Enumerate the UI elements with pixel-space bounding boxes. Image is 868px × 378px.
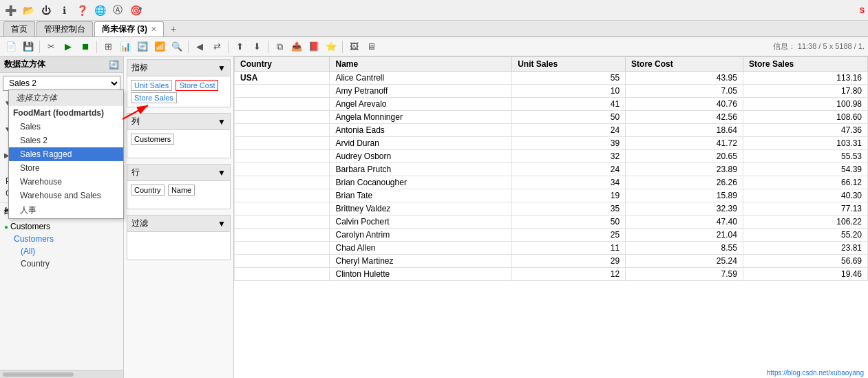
cell-store-cost: 40.76 (626, 98, 743, 111)
country-item[interactable]: Country (0, 258, 123, 270)
columns-body: Customers (127, 130, 230, 158)
toolbar-swap-icon[interactable]: ⇄ (209, 39, 224, 54)
filter-section: 过滤 ▼ (127, 215, 231, 260)
toolbar-save-icon[interactable]: 💾 (21, 39, 36, 54)
dropdown-hr[interactable]: 人事 (9, 202, 123, 218)
tab-close-icon[interactable]: ✕ (151, 25, 156, 33)
cell-store-sales: 55.53 (743, 150, 867, 163)
power-icon[interactable]: ⏻ (39, 3, 53, 17)
dropdown-sales2[interactable]: Sales 2 (9, 134, 123, 147)
cell-name: Carolyn Antrim (330, 229, 512, 242)
table-row: Angela Monninger 50 42.56 108.60 (235, 111, 868, 124)
name-row-tag[interactable]: Name (168, 185, 195, 196)
toolbar-down-icon[interactable]: ⬇ (249, 39, 264, 54)
cell-store-cost: 41.72 (626, 137, 743, 150)
rows-arrow[interactable]: ▼ (218, 168, 226, 178)
cell-unit-sales: 50 (512, 111, 626, 124)
columns-arrow[interactable]: ▼ (218, 117, 226, 127)
dropdown-sales[interactable]: Sales (9, 120, 123, 134)
toolbar-screen-icon[interactable]: 🖥 (363, 39, 379, 54)
table-row: Antonia Eads 24 18.64 47.36 (235, 124, 868, 137)
customers-col-tag[interactable]: Customers (131, 134, 174, 145)
cell-unit-sales: 41 (512, 98, 626, 111)
filter-body (127, 232, 230, 260)
cell-unit-sales: 25 (512, 229, 626, 242)
table-row: Arvid Duran 39 41.72 103.31 (235, 137, 868, 150)
cell-country (235, 124, 330, 137)
open-icon[interactable]: 📂 (21, 3, 35, 17)
cell-store-sales: 56.69 (743, 255, 867, 268)
info-icon[interactable]: ℹ (57, 3, 71, 17)
rows-body: Country Name (127, 181, 230, 209)
red-arrow-indicator (119, 102, 154, 125)
toolbar-refresh-icon[interactable]: 🔄 (135, 39, 150, 54)
cell-store-cost: 21.04 (626, 229, 743, 242)
add-tab-button[interactable]: + (165, 21, 182, 36)
toolbar-export-icon[interactable]: 📤 (289, 39, 304, 54)
text-icon[interactable]: Ⓐ (111, 3, 125, 17)
toolbar-cut-icon[interactable]: ✂ (43, 39, 59, 54)
globe-icon[interactable]: 🌐 (93, 3, 107, 17)
toolbar-up-icon[interactable]: ⬆ (232, 39, 247, 54)
cube-dropdown[interactable]: Sales 2 (3, 76, 120, 91)
cell-unit-sales: 32 (512, 150, 626, 163)
cell-name: Brittney Valdez (330, 202, 512, 216)
all-item[interactable]: (All) (0, 245, 123, 258)
cell-store-sales: 108.60 (743, 111, 867, 124)
scrollbar-thumb[interactable] (3, 372, 74, 377)
tab-home[interactable]: 首页 (3, 21, 35, 36)
dropdown-warehouse[interactable]: Warehouse (9, 175, 123, 189)
tab-unsaved[interactable]: 尚未保存 (3) ✕ (94, 21, 164, 36)
col-country: Country (235, 57, 330, 72)
toolbar-stop-icon[interactable]: ⏹ (78, 39, 93, 54)
cell-country (235, 137, 330, 150)
cell-store-sales: 54.39 (743, 163, 867, 176)
toolbar-chart-icon[interactable]: 📊 (118, 39, 133, 54)
toolbar-grid-icon[interactable]: ⊞ (100, 39, 116, 54)
panel-refresh-icon[interactable]: 🔄 (109, 60, 119, 70)
cell-store-sales: 100.98 (743, 98, 867, 111)
toolbar-play-icon[interactable]: ▶ (61, 39, 76, 54)
target-icon[interactable]: 🎯 (129, 3, 142, 17)
toolbar-search-icon[interactable]: 🔍 (169, 39, 184, 54)
table-body: USA Alice Cantrell 55 43.95 113.16 Amy P… (235, 72, 868, 281)
cell-name: Arvid Duran (330, 137, 512, 150)
tab-admin[interactable]: 管理控制台 (36, 21, 93, 36)
toolbar-bar-icon[interactable]: 📶 (152, 39, 167, 54)
dropdown-warehouse-sales[interactable]: Warehouse and Sales (9, 189, 123, 202)
cell-name: Chad Allen (330, 242, 512, 255)
country-row-tag[interactable]: Country (131, 185, 165, 196)
dropdown-header: 选择立方体 (9, 90, 123, 106)
cell-store-cost: 8.55 (626, 242, 743, 255)
cell-store-sales: 77.13 (743, 202, 867, 216)
table-header-row: Country Name Unit Sales Store Cost Store… (235, 57, 868, 72)
toolbar-copy-icon[interactable]: ⧉ (272, 39, 287, 54)
dropdown-store[interactable]: Store (9, 161, 123, 175)
panel-title: 数据立方体 (4, 59, 45, 70)
toolbar-new-icon[interactable]: 📄 (3, 39, 19, 54)
metrics-arrow[interactable]: ▼ (218, 63, 226, 73)
toolbar-left-icon[interactable]: ◀ (192, 39, 207, 54)
filter-label: 过滤 (131, 218, 148, 229)
cell-unit-sales: 35 (512, 202, 626, 216)
toolbar-image-icon[interactable]: 🖼 (346, 39, 361, 54)
table-row: Angel Arevalo 41 40.76 100.98 (235, 98, 868, 111)
help-icon[interactable]: ❓ (75, 3, 89, 17)
table-row: Audrey Osborn 32 20.65 55.53 (235, 150, 868, 163)
cell-country (235, 229, 330, 242)
dropdown-foodmart[interactable]: FoodMart (foodmartds) (9, 106, 123, 120)
toolbar-pdf-icon[interactable]: 📕 (306, 39, 321, 54)
top-toolbar: ➕ 📂 ⏻ ℹ ❓ 🌐 Ⓐ 🎯 S (0, 0, 868, 21)
toolbar-star-icon[interactable]: ⭐ (324, 39, 339, 54)
customers-child[interactable]: Customers (0, 233, 123, 245)
customers-dim-header[interactable]: ● Customers (0, 220, 123, 233)
sep6 (342, 41, 343, 53)
unit-sales-tag[interactable]: Unit Sales (131, 80, 172, 91)
new-icon[interactable]: ➕ (3, 3, 17, 17)
filter-arrow[interactable]: ▼ (218, 219, 226, 229)
store-cost-tag[interactable]: Store Cost (176, 80, 218, 91)
table-row: Cheryl Martinez 29 25.24 56.69 (235, 255, 868, 268)
cell-store-sales: 113.16 (743, 72, 867, 85)
dropdown-sales-ragged[interactable]: Sales Ragged (9, 147, 123, 161)
customers-dot: ● (4, 223, 8, 231)
